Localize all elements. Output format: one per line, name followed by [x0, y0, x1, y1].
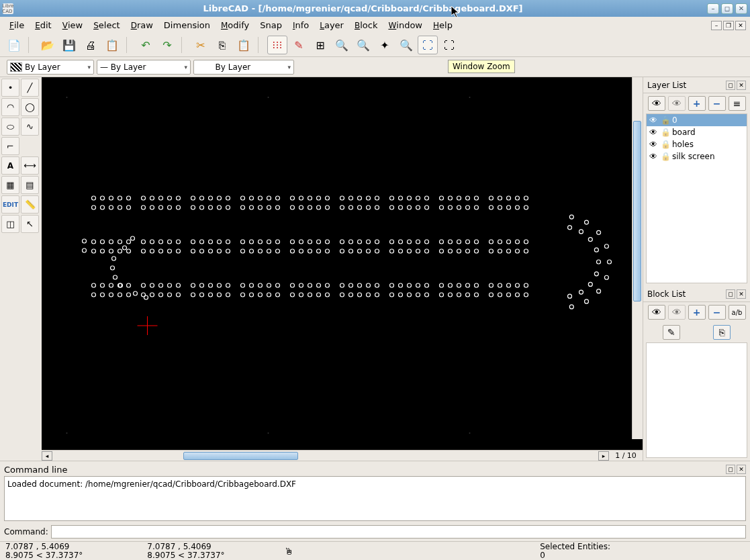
- svg-point-56: [118, 205, 122, 209]
- polyline-tool-icon[interactable]: ⌐: [1, 137, 19, 155]
- panel-float-icon[interactable]: ◻: [726, 289, 735, 299]
- command-log[interactable]: Loaded document: /home/mgrenier/qcad/Cri…: [4, 476, 746, 521]
- image-tool-icon[interactable]: ▤: [21, 176, 39, 194]
- open-icon[interactable]: 📂: [38, 36, 58, 54]
- layer-item[interactable]: 👁🔒board: [647, 126, 747, 138]
- menu-help[interactable]: Help: [428, 18, 458, 32]
- edit-tool-icon[interactable]: EDIT: [1, 195, 19, 214]
- layer-item[interactable]: 👁🔒0: [647, 114, 747, 126]
- minimize-button[interactable]: –: [707, 3, 719, 14]
- hatch-tool-icon[interactable]: ▦: [1, 176, 19, 194]
- layer-remove-icon[interactable]: −: [708, 96, 726, 111]
- copy-icon[interactable]: ⎘: [212, 36, 232, 54]
- menu-window[interactable]: Window: [383, 18, 428, 32]
- menu-modify[interactable]: Modify: [216, 18, 254, 32]
- menu-block[interactable]: Block: [349, 18, 383, 32]
- menu-info[interactable]: Info: [287, 18, 314, 32]
- draft-icon[interactable]: ✎: [289, 36, 309, 54]
- hscroll-track[interactable]: [52, 451, 598, 461]
- vscroll-thumb[interactable]: [633, 121, 641, 302]
- redo-icon[interactable]: ↷: [157, 36, 177, 54]
- command-input[interactable]: [51, 525, 746, 539]
- panel-close-icon[interactable]: ✕: [737, 289, 746, 299]
- svg-point-138: [489, 240, 494, 244]
- svg-point-228: [489, 283, 494, 287]
- layer-add-icon[interactable]: +: [688, 96, 706, 111]
- block-tool-icon[interactable]: ◫: [1, 215, 19, 233]
- linetype-combo[interactable]: — By Layer ▾: [97, 60, 191, 75]
- line-tool-icon[interactable]: ╱: [21, 79, 39, 97]
- layer-edit-icon[interactable]: ≡: [729, 96, 746, 111]
- menu-file[interactable]: File: [4, 18, 30, 32]
- zoom-in-icon[interactable]: 🔍: [332, 36, 352, 54]
- maximize-button[interactable]: ◻: [721, 3, 733, 14]
- svg-point-206: [267, 283, 271, 287]
- layer-item[interactable]: 👁🔒silk screen: [647, 150, 747, 162]
- save-icon[interactable]: 💾: [59, 36, 79, 54]
- menu-edit[interactable]: Edit: [30, 18, 57, 32]
- menu-view[interactable]: View: [57, 18, 88, 32]
- menu-layer[interactable]: Layer: [314, 18, 349, 32]
- menu-select[interactable]: Select: [88, 18, 125, 32]
- color-combo[interactable]: By Layer ▾: [7, 60, 94, 75]
- select-tool-icon[interactable]: ↖: [21, 215, 39, 233]
- dimension-tool-icon[interactable]: ⟷: [21, 156, 39, 175]
- drawing-canvas[interactable]: [42, 77, 643, 450]
- svg-point-51: [516, 196, 520, 200]
- svg-point-178: [440, 249, 444, 253]
- zoom-window-icon[interactable]: ⛶: [418, 36, 438, 54]
- block-show-all-icon[interactable]: 👁: [648, 305, 665, 320]
- text-tool-icon[interactable]: A: [1, 156, 19, 175]
- zoom-out-icon[interactable]: 🔍: [353, 36, 373, 54]
- hscroll-thumb[interactable]: [183, 452, 298, 460]
- zoom-prev-icon[interactable]: 🔍: [396, 36, 416, 54]
- block-edit-icon[interactable]: ✎: [663, 325, 680, 340]
- block-insert-icon[interactable]: ⎘: [713, 325, 731, 340]
- arc-tool-icon[interactable]: ◠: [1, 98, 19, 116]
- panel-close-icon[interactable]: ✕: [737, 81, 746, 90]
- statusbar-icon[interactable]: ⊞: [310, 36, 330, 54]
- menu-snap[interactable]: Snap: [254, 18, 287, 32]
- grid-icon[interactable]: ⁝⁝⁝: [267, 36, 287, 54]
- svg-point-42: [425, 196, 429, 200]
- print-icon[interactable]: 🖨: [81, 36, 101, 54]
- vertical-scrollbar[interactable]: [632, 77, 643, 439]
- close-button[interactable]: ✕: [735, 3, 747, 14]
- panel-float-icon[interactable]: ◻: [726, 465, 735, 474]
- panel-float-icon[interactable]: ◻: [726, 81, 735, 90]
- layer-hide-all-icon[interactable]: 👁: [668, 96, 686, 111]
- layer-list[interactable]: 👁🔒0👁🔒board👁🔒holes👁🔒silk screen: [646, 113, 747, 283]
- hscroll-right[interactable]: ▸: [598, 451, 609, 461]
- measure-tool-icon[interactable]: 📏: [21, 195, 39, 214]
- statusbar: 7.0787 , 5.4069 8.9075 < 37.3737° 7.0787…: [0, 541, 750, 560]
- paste-icon[interactable]: 📋: [234, 36, 254, 54]
- print-preview-icon[interactable]: 📋: [102, 36, 122, 54]
- svg-point-173: [390, 249, 394, 253]
- zoom-pan-icon[interactable]: ⛶: [439, 36, 459, 54]
- menu-dimension[interactable]: Dimension: [158, 18, 216, 32]
- layer-item[interactable]: 👁🔒holes: [647, 138, 747, 150]
- svg-point-120: [308, 240, 312, 244]
- spline-tool-icon[interactable]: ∿: [21, 118, 39, 136]
- svg-point-146: [118, 249, 122, 253]
- layer-show-all-icon[interactable]: 👁: [648, 96, 665, 111]
- new-icon[interactable]: 📄: [4, 36, 24, 54]
- circle-tool-icon[interactable]: ◯: [21, 98, 39, 116]
- linewidth-combo[interactable]: By Layer ▾: [193, 60, 294, 75]
- block-list[interactable]: [646, 342, 747, 458]
- menu-draw[interactable]: Draw: [126, 18, 158, 32]
- mdi-restore[interactable]: ❐: [723, 21, 734, 30]
- hscroll-left[interactable]: ◂: [42, 451, 52, 461]
- block-add-icon[interactable]: +: [688, 305, 706, 320]
- undo-icon[interactable]: ↶: [136, 36, 156, 54]
- block-hide-all-icon[interactable]: 👁: [668, 305, 686, 320]
- panel-close-icon[interactable]: ✕: [737, 465, 746, 474]
- mdi-minimize[interactable]: –: [711, 21, 722, 30]
- block-remove-icon[interactable]: −: [708, 305, 726, 320]
- block-rename-icon[interactable]: a/b: [729, 305, 746, 320]
- point-tool-icon[interactable]: •: [1, 79, 19, 97]
- ellipse-tool-icon[interactable]: ⬭: [1, 118, 19, 136]
- cut-icon[interactable]: ✂: [191, 36, 211, 54]
- mdi-close[interactable]: ✕: [735, 21, 746, 30]
- zoom-auto-icon[interactable]: ✦: [375, 36, 395, 54]
